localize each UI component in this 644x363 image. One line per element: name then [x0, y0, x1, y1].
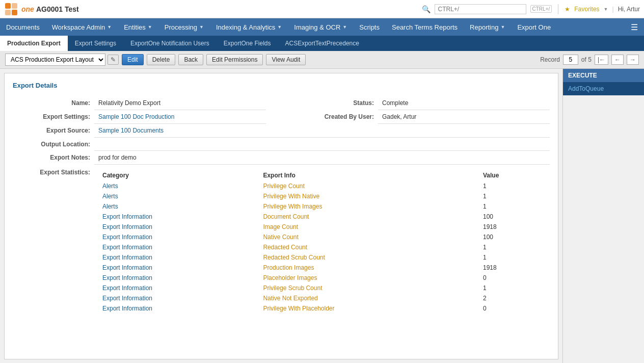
nav-item-scripts[interactable]: Scripts [353, 18, 386, 36]
back-button[interactable]: Back [178, 54, 203, 65]
stats-data-row: Export InformationImage Count1918 [98, 222, 546, 232]
col-category: Category [98, 170, 259, 181]
table-row: Export Source: Sample 100 Documents [13, 124, 550, 138]
record-prev-button[interactable]: ← [611, 55, 624, 65]
add-to-queue-item[interactable]: AddToQueue [563, 82, 644, 95]
search-input[interactable] [435, 4, 526, 14]
ctrl-hint: CTRL+/ [530, 5, 552, 13]
export-source-value: Sample 100 Documents [94, 124, 550, 138]
content-panel: Export Details Name: Relativity Demo Exp… [4, 73, 558, 359]
stats-category[interactable]: Export Information [98, 242, 259, 252]
record-next-button[interactable]: → [627, 55, 639, 65]
stats-export-info: Document Count [259, 212, 479, 222]
stats-category[interactable]: Export Information [98, 303, 259, 314]
stats-header-row: Category Export Info Value [98, 170, 546, 181]
stats-export-info: Privilege Scrub Count [259, 283, 479, 293]
nav-item-workspace-admin[interactable]: Workspace Admin ▼ [46, 18, 118, 36]
stats-value: 2 [479, 293, 546, 303]
favorites-link[interactable]: Favorites [574, 6, 599, 13]
nav-item-indexing-analytics[interactable]: Indexing & Analytics ▼ [210, 18, 288, 36]
chevron-down-icon: ▼ [342, 24, 347, 30]
table-row: Export Notes: prod for demo [13, 151, 550, 165]
section-title: Export Details [13, 82, 550, 89]
hamburger-menu[interactable]: ☰ [625, 18, 644, 36]
subnav-production-export[interactable]: Production Export [0, 36, 68, 51]
record-input[interactable] [563, 55, 578, 65]
stats-category[interactable]: Export Information [98, 222, 259, 232]
top-bar: one AG0001 Test 🔍 CTRL+/ ★ Favorites ▼ |… [0, 0, 644, 18]
star-icon: ★ [565, 6, 570, 13]
stats-export-info: Privilege With Native [259, 191, 479, 201]
status-label: Status: [297, 96, 378, 110]
nav-item-processing[interactable]: Processing ▼ [158, 18, 210, 36]
stats-category[interactable]: Export Information [98, 293, 259, 303]
nav-item-entities[interactable]: Entities ▼ [118, 18, 158, 36]
search-icon: 🔍 [422, 5, 431, 13]
stats-data-row: Export InformationNative Count100 [98, 232, 546, 242]
stats-category[interactable]: Export Information [98, 212, 259, 222]
toolbar-right: Record of 5 |← ← → [540, 55, 639, 65]
delete-button[interactable]: Delete [147, 54, 176, 65]
edit-layout-button[interactable]: ✎ [108, 55, 119, 65]
app-logo-text: one [21, 5, 34, 13]
right-panel: EXECUTE AddToQueue [562, 69, 644, 363]
stats-category[interactable]: Export Information [98, 283, 259, 293]
stats-value: 1 [479, 181, 546, 191]
subnav-export-settings[interactable]: Export Settings [68, 36, 123, 51]
record-of-label: of 5 [581, 56, 592, 63]
stats-data-row: Export InformationProduction Images1918 [98, 263, 546, 273]
fields-table: Name: Relativity Demo Export Status: Com… [13, 96, 550, 317]
stats-data-row: Export InformationRedacted Scrub Count1 [98, 252, 546, 263]
stats-value: 1 [479, 252, 546, 263]
nav-item-search-terms-reports[interactable]: Search Terms Reports [386, 18, 464, 36]
main-nav: Documents Workspace Admin ▼ Entities ▼ P… [0, 18, 644, 36]
subnav-acs-export-text[interactable]: ACSExportTextPrecedence [278, 36, 366, 51]
svg-rect-0 [5, 3, 11, 9]
edit-permissions-button[interactable]: Edit Permissions [206, 54, 263, 65]
output-location-value [94, 138, 550, 151]
stats-data-row: Export InformationPrivilege With Placeho… [98, 303, 546, 314]
nav-item-documents[interactable]: Documents [0, 18, 46, 36]
stats-export-info: Redacted Scrub Count [259, 252, 479, 263]
stats-category[interactable]: Export Information [98, 273, 259, 283]
stats-export-info: Image Count [259, 222, 479, 232]
favorites-arrow: ▼ [604, 7, 608, 12]
subnav-exportone-fields[interactable]: ExportOne Fields [217, 36, 278, 51]
chevron-down-icon: ▼ [277, 24, 282, 30]
export-source-link[interactable]: Sample 100 Documents [98, 127, 164, 134]
logo-icon [4, 2, 18, 16]
export-settings-label: Export Settings: [13, 110, 94, 124]
divider [558, 4, 558, 14]
table-row: Export Settings: Sample 100 Doc Producti… [13, 110, 550, 124]
stats-category[interactable]: Alerts [98, 181, 259, 191]
stats-data-row: Export InformationPrivilege Scrub Count1 [98, 283, 546, 293]
stats-category[interactable]: Export Information [98, 263, 259, 273]
layout-select[interactable]: ACS Production Export Layout [5, 54, 105, 66]
subnav-notification-users[interactable]: ExportOne Notification Users [123, 36, 217, 51]
stats-category[interactable]: Export Information [98, 252, 259, 263]
stats-export-info: Privilege With Placeholder [259, 303, 479, 314]
stats-data-row: Export InformationNative Not Exported2 [98, 293, 546, 303]
export-notes-value: prod for demo [94, 151, 550, 165]
nav-item-imaging-ocr[interactable]: Imaging & OCR ▼ [288, 18, 353, 36]
name-label: Name: [13, 96, 94, 110]
export-settings-link[interactable]: Sample 100 Doc Production [98, 113, 174, 120]
stats-export-info: Privilege Count [259, 181, 479, 191]
nav-item-reporting[interactable]: Reporting ▼ [464, 18, 511, 36]
stats-category[interactable]: Alerts [98, 201, 259, 212]
nav-item-export-one[interactable]: Export One [511, 18, 557, 36]
record-first-button[interactable]: |← [595, 55, 608, 65]
stats-data-row: Export InformationDocument Count100 [98, 212, 546, 222]
export-notes-label: Export Notes: [13, 151, 94, 165]
logo-area: one AG0001 Test [4, 2, 79, 16]
export-settings-value: Sample 100 Doc Production [94, 110, 266, 124]
view-audit-button[interactable]: View Audit [266, 54, 306, 65]
layout-select-wrap: ACS Production Export Layout ✎ [5, 54, 119, 66]
record-label: Record [540, 56, 560, 63]
svg-rect-3 [12, 10, 17, 15]
created-by-value: Gadek, Artur [378, 110, 550, 124]
stats-data-row: AlertsPrivilege Count1 [98, 181, 546, 191]
stats-category[interactable]: Alerts [98, 191, 259, 201]
stats-category[interactable]: Export Information [98, 232, 259, 242]
edit-button[interactable]: Edit [122, 54, 144, 65]
